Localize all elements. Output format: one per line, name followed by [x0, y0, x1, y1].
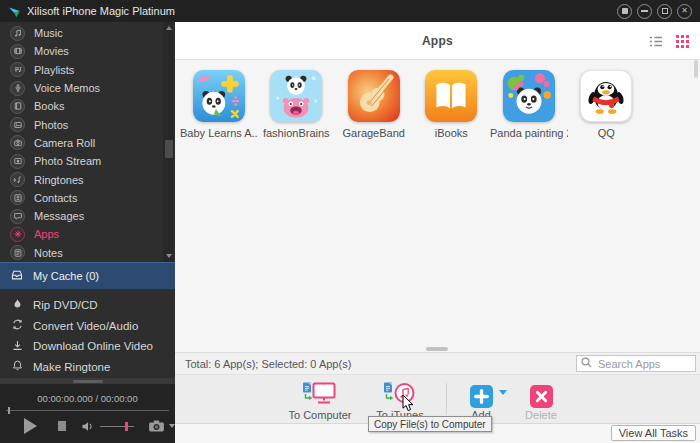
list-view-icon[interactable]: [649, 36, 663, 47]
bell-icon: [11, 359, 24, 374]
sidebar-item-label: Rip DVD/CD: [33, 299, 98, 311]
sidebar-item-label: Movies: [34, 45, 69, 57]
to-computer-button[interactable]: To Computer: [285, 380, 355, 421]
divider-handle[interactable]: [73, 380, 103, 383]
stop-icon[interactable]: [58, 421, 66, 431]
sidebar-item-label: Voice Memos: [34, 82, 100, 94]
cache-icon: [10, 268, 24, 284]
app-item-label: GarageBand: [335, 127, 413, 139]
sidebar-item-label: Notes: [34, 247, 63, 259]
search-icon: [581, 357, 592, 370]
app-item-qq[interactable]: QQ: [568, 70, 646, 139]
convert-icon: [11, 318, 24, 333]
xilisoft-logo: [8, 5, 21, 18]
search-box[interactable]: [576, 355, 696, 372]
sidebar-item-convert-video-audio[interactable]: Convert Video/Audio: [0, 316, 175, 337]
sidebar-item-label: Ringtones: [34, 174, 84, 186]
sidebar-scrollbar[interactable]: [163, 22, 174, 262]
play-icon[interactable]: [24, 418, 37, 434]
app-item-panda-painting-2[interactable]: Panda painting 2: [490, 70, 568, 139]
vertical-scrollbar-thumb[interactable]: [694, 60, 698, 78]
volume-handle[interactable]: [125, 422, 128, 431]
sidebar-item-label: Apps: [34, 228, 59, 240]
notes-icon: [10, 245, 25, 260]
sidebar-item-label: Convert Video/Audio: [33, 320, 138, 332]
garageband-app-icon: [335, 70, 413, 122]
main-panel: Apps Baby Learns A...fashionBrainsGarage…: [175, 22, 700, 443]
sidebar-item-books[interactable]: Books: [0, 97, 175, 115]
scroll-up-icon[interactable]: [166, 26, 172, 30]
maximize-icon[interactable]: [657, 4, 672, 19]
baby-learns-app-icon: [180, 70, 258, 122]
books-icon: [10, 99, 25, 114]
seek-handle[interactable]: [8, 407, 10, 414]
sidebar-item-messages[interactable]: Messages: [0, 207, 175, 225]
contacts-icon: [10, 190, 25, 205]
sidebar-item-rip-dvd-cd[interactable]: Rip DVD/CD: [0, 295, 175, 316]
sidebar-item-my-cache[interactable]: My Cache (0): [0, 262, 175, 289]
delete-button[interactable]: Delete: [519, 380, 563, 421]
player-panel: 00:00:00.000 / 00:00:00: [0, 384, 175, 443]
app-item-garageband[interactable]: GarageBand: [335, 70, 413, 139]
sidebar-item-download-online-video[interactable]: Download Online Video: [0, 336, 175, 357]
sidebar-item-make-ringtone[interactable]: Make Ringtone: [0, 357, 175, 378]
sidebar-item-movies[interactable]: Movies: [0, 42, 175, 60]
volume-icon[interactable]: [81, 421, 94, 432]
close-icon[interactable]: ✕: [677, 4, 692, 19]
sidebar-item-contacts[interactable]: Contacts: [0, 189, 175, 207]
movies-icon: [10, 44, 25, 59]
sidebar-item-camera-roll[interactable]: Camera Roll: [0, 134, 175, 152]
app-item-label: Baby Learns A...: [180, 127, 258, 139]
sidebar-item-notes[interactable]: Notes: [0, 244, 175, 262]
app-item-baby-learns-a[interactable]: Baby Learns A...: [180, 70, 258, 139]
to-computer-icon: [285, 380, 355, 408]
sidebar-item-label: Books: [34, 100, 65, 112]
scroll-down-icon[interactable]: [166, 254, 172, 258]
sidebar-item-photo-stream[interactable]: Photo Stream: [0, 152, 175, 170]
photos-icon: [10, 117, 25, 132]
sidebar-item-label: My Cache (0): [33, 270, 99, 282]
camera-roll-icon: [10, 135, 25, 150]
ibooks-app-icon: [413, 70, 491, 122]
playlists-icon: [10, 62, 25, 77]
to-itunes-button[interactable]: To iTunes: [370, 380, 430, 421]
fashionbrains-app-icon: [258, 70, 336, 122]
sidebar-item-voice-memos[interactable]: Voice Memos: [0, 79, 175, 97]
minimize-icon[interactable]: [637, 4, 652, 19]
horizontal-scrollbar-thumb[interactable]: [426, 347, 448, 351]
download-icon: [11, 339, 24, 354]
grid-view-icon[interactable]: [676, 35, 689, 48]
snapshot-button[interactable]: [148, 420, 175, 432]
sidebar-item-music[interactable]: Music: [0, 24, 175, 42]
app-item-label: QQ: [568, 127, 646, 139]
tools-list: Rip DVD/CDConvert Video/AudioDownload On…: [0, 289, 175, 378]
add-icon: [461, 380, 501, 408]
sidebar-item-label: Photo Stream: [34, 155, 101, 167]
app-item-fashionbrains[interactable]: fashionBrains: [258, 70, 336, 139]
add-dropdown-caret-icon[interactable]: [499, 390, 507, 395]
app-item-ibooks[interactable]: iBooks: [413, 70, 491, 139]
voice-memos-icon: [10, 81, 25, 96]
apps-icon: [10, 227, 25, 242]
search-input[interactable]: [596, 357, 691, 371]
sidebar-item-apps[interactable]: Apps: [0, 225, 175, 243]
add-button[interactable]: Add: [461, 380, 501, 421]
camera-icon: [148, 420, 165, 432]
volume-slider[interactable]: [100, 426, 134, 427]
view-all-tasks-button[interactable]: View All Tasks: [611, 425, 696, 441]
music-icon: [10, 26, 25, 41]
window-controls: ✕: [617, 4, 692, 19]
photo-stream-icon: [10, 154, 25, 169]
sidebar-item-ringtones[interactable]: Ringtones: [0, 170, 175, 188]
sidebar-item-photos[interactable]: Photos: [0, 115, 175, 133]
skin-button-icon[interactable]: [617, 4, 632, 19]
sidebar-item-playlists[interactable]: Playlists: [0, 61, 175, 79]
sidebar-item-label: Camera Roll: [34, 137, 95, 149]
messages-icon: [10, 209, 25, 224]
sidebar-item-label: Make Ringtone: [33, 361, 110, 373]
status-bar: Total: 6 App(s); Selected: 0 App(s): [175, 352, 700, 374]
scrollbar-thumb[interactable]: [165, 140, 173, 158]
seek-bar[interactable]: [6, 410, 169, 411]
main-header: Apps: [175, 22, 700, 60]
app-window: Xilisoft iPhone Magic Platinum ✕ MusicMo…: [0, 0, 700, 443]
